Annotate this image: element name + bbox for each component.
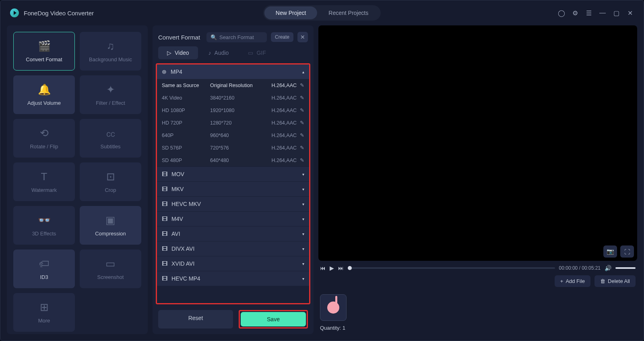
subtitles-icon: ㏄ [103,127,118,139]
add-file-button[interactable]: +Add File [555,275,590,287]
play-button[interactable]: ▶ [330,265,334,271]
format-row[interactable]: 640P960*640H.264,AAC✎ [157,129,309,141]
seek-slider[interactable] [348,267,555,269]
edit-icon[interactable]: ✎ [300,157,304,163]
close-icon[interactable]: ✕ [626,9,634,17]
settings-icon[interactable]: ⚙ [571,9,579,17]
format-tab-gif[interactable]: ▭GIF [239,46,275,59]
format-row[interactable]: 4K Video3840*2160H.264,AAC✎ [157,91,309,104]
queue-item[interactable] [320,294,347,321]
trash-icon: 🗑 [600,278,605,284]
chevron-up-icon: ▴ [302,70,304,74]
menu-icon[interactable]: ☰ [585,9,593,17]
project-tabs: New Project Recent Projects [263,5,381,21]
chevron-down-icon: ▾ [302,247,304,251]
format-group-mov[interactable]: 🎞MOV▾ [157,167,309,181]
chevron-down-icon: ▾ [302,277,304,281]
reset-button[interactable]: Reset [158,310,233,329]
filter-icon: ✦ [103,84,118,96]
minimize-icon[interactable]: — [599,9,607,17]
tool-compression[interactable]: ▣Compression [80,206,141,245]
format-group-divx-avi[interactable]: 🎞DIVX AVI▾ [157,241,309,256]
edit-icon[interactable]: ✎ [300,107,304,113]
edit-icon[interactable]: ✎ [300,132,304,138]
3d-icon: 👓 [37,214,52,227]
edit-icon[interactable]: ✎ [300,120,304,126]
film-icon: 🎞 [162,201,167,207]
close-panel-button[interactable]: ✕ [297,32,308,42]
more-icon: ⊞ [37,301,52,314]
crop-icon: ⊡ [103,171,118,183]
tool-crop[interactable]: ⊡Crop [80,162,141,201]
chevron-down-icon: ▾ [302,217,304,221]
film-icon: 🎞 [162,216,167,222]
app-title: FoneDog Video Converter [24,10,94,17]
delete-all-button[interactable]: 🗑Delete All [594,275,636,287]
id3-icon: 🏷 [37,258,52,270]
tool-more[interactable]: ⊞More [13,293,75,332]
search-icon: 🔍 [211,34,217,40]
format-list[interactable]: ⊛ MP4 ▴ Same as SourceOriginal Resolutio… [156,63,310,304]
audio-icon: ♪ [208,50,211,56]
format-group-hevc-mp4[interactable]: 🎞HEVC MP4▾ [157,271,309,286]
chevron-down-icon: ▾ [302,172,304,177]
maximize-icon[interactable]: ▢ [612,9,620,17]
account-icon[interactable]: ◯ [557,9,566,17]
fullscreen-button[interactable]: ⛶ [620,245,634,258]
snapshot-button[interactable]: 📷 [603,245,617,258]
format-tab-audio[interactable]: ♪Audio [200,46,238,59]
tool-rotate-flip[interactable]: ⟲Rotate / Flip [13,119,75,158]
format-panel: Convert Format 🔍 Search Format Create ✕ … [153,25,314,334]
format-group-m4v[interactable]: 🎞M4V▾ [157,212,309,226]
format-group-hevc-mkv[interactable]: 🎞HEVC MKV▾ [157,197,309,211]
tool-3d-effects[interactable]: 👓3D Effects [13,206,75,245]
quantity-label: Quantity: 1 [320,325,636,331]
tool-subtitles[interactable]: ㏄Subtitles [80,119,141,158]
tab-recent-projects[interactable]: Recent Projects [317,6,380,19]
format-row[interactable]: HD 1080P1920*1080H.264,AAC✎ [157,104,309,116]
volume-icon[interactable]: 🔊 [605,265,611,271]
edit-icon[interactable]: ✎ [300,145,304,151]
music-file-icon [327,301,339,314]
format-group-avi[interactable]: 🎞AVI▾ [157,227,309,241]
film-icon: 🎞 [162,231,167,237]
plus-icon: + [560,278,564,284]
format-group-mp4[interactable]: ⊛ MP4 ▴ [157,64,309,79]
convert-icon: 🎬 [37,40,52,52]
edit-icon[interactable]: ✎ [300,82,304,88]
volume-icon: 🔔 [37,84,52,96]
file-queue: Quantity: 1 [318,291,637,334]
tool-background-music[interactable]: ♫Background Music [80,32,141,71]
volume-slider[interactable] [615,267,636,269]
film-icon: ⊛ [162,69,167,75]
create-button[interactable]: Create [271,32,293,42]
format-row[interactable]: SD 480P640*480H.264,AAC✎ [157,154,309,166]
prev-button[interactable]: ⏮ [320,265,326,271]
tab-new-project[interactable]: New Project [264,6,317,19]
search-input[interactable]: 🔍 Search Format [206,32,267,42]
app-logo-icon [10,8,19,17]
format-row[interactable]: Same as SourceOriginal ResolutionH.264,A… [157,79,309,91]
panel-title: Convert Format [158,34,202,41]
format-tab-video[interactable]: ▷Video [158,46,198,59]
titlebar: FoneDog Video Converter New Project Rece… [4,4,640,22]
format-row[interactable]: SD 576P720*576H.264,AAC✎ [157,141,309,154]
rotate-icon: ⟲ [37,127,52,139]
format-group-xvid-avi[interactable]: 🎞XVID AVI▾ [157,256,309,271]
tool-id3[interactable]: 🏷ID3 [13,250,75,288]
tool-convert-format[interactable]: 🎬Convert Format [13,32,75,71]
screenshot-icon: ▭ [103,258,118,270]
save-button[interactable]: Save [241,312,306,326]
format-group-mkv[interactable]: 🎞MKV▾ [157,182,309,196]
format-row[interactable]: HD 720P1280*720H.264,AAC✎ [157,116,309,129]
next-button[interactable]: ⏭ [338,265,344,271]
tool-watermark[interactable]: TWatermark [13,162,75,201]
tools-sidebar: 🎬Convert Format♫Background Music🔔Adjust … [7,25,148,334]
tool-filter-effect[interactable]: ✦Filter / Effect [80,75,141,114]
film-icon: 🎞 [162,171,167,177]
player-controls: ⏮ ▶ ⏭ 00:00:00 / 00:05:21 🔊 [318,265,637,271]
tool-screenshot[interactable]: ▭Screenshot [80,250,141,288]
tool-adjust-volume[interactable]: 🔔Adjust Volume [13,75,75,114]
chevron-down-icon: ▾ [302,187,304,191]
edit-icon[interactable]: ✎ [300,95,304,101]
